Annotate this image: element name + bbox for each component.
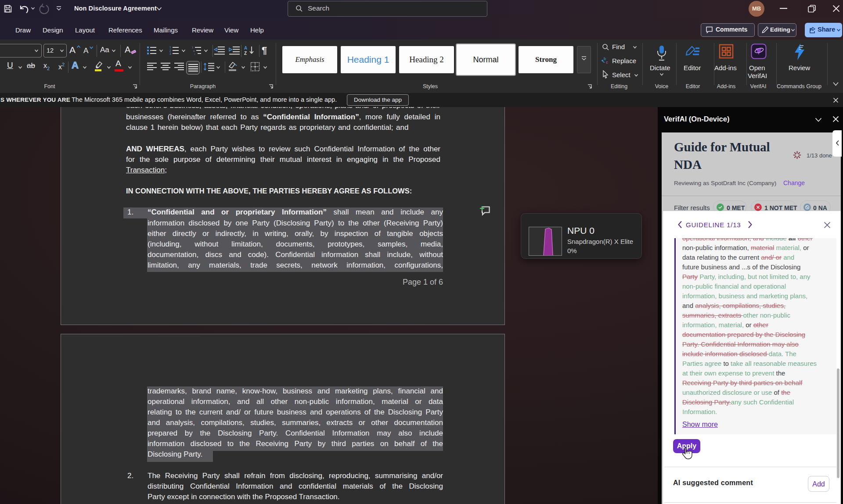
svg-text:i: i xyxy=(195,53,195,55)
svg-text:Z: Z xyxy=(244,51,247,56)
svg-text:c: c xyxy=(606,60,608,64)
svg-text:1: 1 xyxy=(169,46,171,49)
svg-text:2: 2 xyxy=(169,49,171,52)
svg-text:A: A xyxy=(244,46,247,50)
svg-text:a: a xyxy=(193,50,195,52)
svg-text:3: 3 xyxy=(169,52,171,55)
svg-text:1: 1 xyxy=(192,46,194,49)
